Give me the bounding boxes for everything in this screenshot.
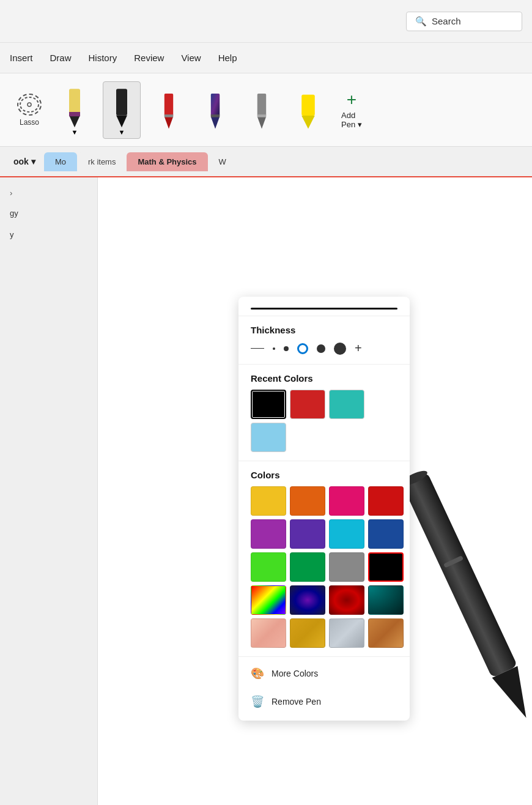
color-darkgreen[interactable]: [290, 552, 325, 582]
thickness-md[interactable]: [317, 344, 325, 353]
lasso-tool[interactable]: Lasso: [12, 89, 46, 132]
thickness-sm[interactable]: [284, 346, 289, 351]
pen-tool-3[interactable]: [150, 86, 187, 135]
trash-icon: 🗑️: [251, 695, 264, 708]
svg-marker-6: [116, 115, 127, 127]
color-texture-galaxy[interactable]: [290, 585, 325, 615]
thickness-xl[interactable]: [334, 343, 346, 355]
tabs-row: ook ▾ Mo rk items Math & Physics W: [0, 147, 532, 177]
color-orange[interactable]: [290, 486, 325, 516]
left-sidebar: › gy y: [0, 177, 98, 805]
recent-color-red[interactable]: [290, 390, 325, 419]
color-red[interactable]: [368, 486, 404, 516]
pen-icon-2: [108, 84, 135, 128]
svg-rect-7: [164, 94, 173, 117]
add-pen-button[interactable]: + AddPen ▾: [336, 86, 367, 134]
color-black[interactable]: [368, 552, 404, 582]
menu-bar: Insert Draw History Review View Help: [0, 43, 532, 73]
notebook-label: ook: [13, 157, 29, 166]
pen-preview-line: [251, 308, 397, 310]
pen-icon-5: [248, 88, 275, 132]
color-cyan[interactable]: [329, 519, 364, 549]
color-texture-teal[interactable]: [368, 585, 404, 615]
svg-point-1: [28, 103, 31, 106]
notebook-chevron-icon: ▾: [31, 157, 35, 166]
recent-color-black[interactable]: [251, 390, 286, 419]
menu-review[interactable]: Review: [134, 50, 164, 65]
tab-work-items-label: rk items: [88, 157, 116, 166]
pen-icon-3: [155, 88, 182, 132]
pen-dropdown-popup: Thickness: [238, 297, 410, 721]
tab-mo[interactable]: Mo: [44, 152, 77, 171]
more-colors-button[interactable]: 🎨 More Colors: [238, 659, 410, 688]
colors-section: Colors: [238, 464, 410, 654]
pen-tool-4[interactable]: [197, 86, 234, 135]
color-navy[interactable]: [368, 519, 404, 549]
sidebar-item-y[interactable]: y: [0, 224, 97, 245]
color-texture-peach[interactable]: [251, 618, 286, 648]
pen-icon-6: [295, 88, 322, 132]
tab-work-items[interactable]: rk items: [77, 152, 127, 171]
svg-marker-14: [257, 116, 266, 128]
page-area: › gy y Thickness: [0, 177, 532, 805]
color-pink[interactable]: [329, 486, 364, 516]
pen-dropdown-1: ▼: [72, 128, 78, 136]
thickness-plus[interactable]: +: [355, 341, 362, 355]
notebook-selector[interactable]: ook ▾: [5, 157, 44, 166]
colors-title: Colors: [251, 470, 397, 480]
menu-help[interactable]: Help: [218, 50, 237, 65]
color-texture-crimson[interactable]: [329, 585, 364, 615]
color-purple[interactable]: [251, 519, 286, 549]
recent-colors-title: Recent Colors: [251, 373, 397, 384]
thickness-md-selected[interactable]: [297, 343, 308, 354]
tab-w-label: W: [219, 157, 226, 166]
lasso-circle: [17, 94, 42, 116]
tab-math-physics[interactable]: Math & Physics: [127, 152, 207, 171]
top-bar: 🔍 Search: [0, 0, 532, 43]
color-green[interactable]: [251, 552, 286, 582]
color-texture-rainbow[interactable]: [251, 585, 286, 615]
palette-icon: 🎨: [251, 667, 264, 680]
recent-color-lightblue[interactable]: [251, 423, 286, 452]
color-darkpurple[interactable]: [290, 519, 325, 549]
colors-grid-main: [251, 486, 397, 648]
search-label: Search: [432, 16, 461, 26]
tab-w[interactable]: W: [208, 152, 237, 171]
svg-rect-13: [257, 94, 266, 117]
recent-color-teal[interactable]: [329, 390, 364, 419]
pen-tool-6[interactable]: [290, 86, 327, 135]
color-gray[interactable]: [329, 552, 364, 582]
divider-1: [238, 364, 410, 365]
menu-insert[interactable]: Insert: [10, 50, 33, 65]
color-texture-wood[interactable]: [368, 618, 404, 648]
more-colors-label: More Colors: [272, 669, 318, 678]
pen-tool-2[interactable]: ▼: [103, 81, 141, 139]
menu-draw[interactable]: Draw: [50, 50, 72, 65]
menu-history[interactable]: History: [89, 50, 117, 65]
sidebar-expand[interactable]: ›: [0, 184, 97, 202]
svg-point-0: [20, 97, 39, 112]
svg-rect-2: [69, 89, 80, 115]
thickness-title: Thickness: [251, 325, 397, 335]
remove-pen-button[interactable]: 🗑️ Remove Pen: [238, 688, 410, 716]
color-texture-gold[interactable]: [290, 618, 325, 648]
pen-tool-1[interactable]: ▼: [56, 82, 93, 138]
sidebar-item-gy[interactable]: gy: [0, 202, 97, 224]
add-pen-plus-icon: +: [347, 91, 357, 108]
color-yellow[interactable]: [251, 486, 286, 516]
ribbon: Lasso ▼ ▼: [0, 73, 532, 147]
svg-rect-19: [443, 555, 464, 568]
thickness-line[interactable]: [251, 348, 264, 349]
search-box[interactable]: 🔍 Search: [406, 12, 522, 31]
color-texture-silver[interactable]: [329, 618, 364, 648]
page-content: Thickness: [98, 177, 532, 805]
menu-view[interactable]: View: [181, 50, 201, 65]
remove-pen-label: Remove Pen: [272, 697, 321, 707]
svg-marker-20: [492, 666, 532, 724]
thickness-xs[interactable]: [273, 347, 275, 350]
pen-tool-5[interactable]: [243, 86, 280, 135]
sidebar-chevron-icon: ›: [10, 188, 12, 198]
svg-rect-9: [164, 114, 173, 117]
search-icon: 🔍: [415, 16, 427, 27]
svg-rect-12: [211, 114, 220, 117]
